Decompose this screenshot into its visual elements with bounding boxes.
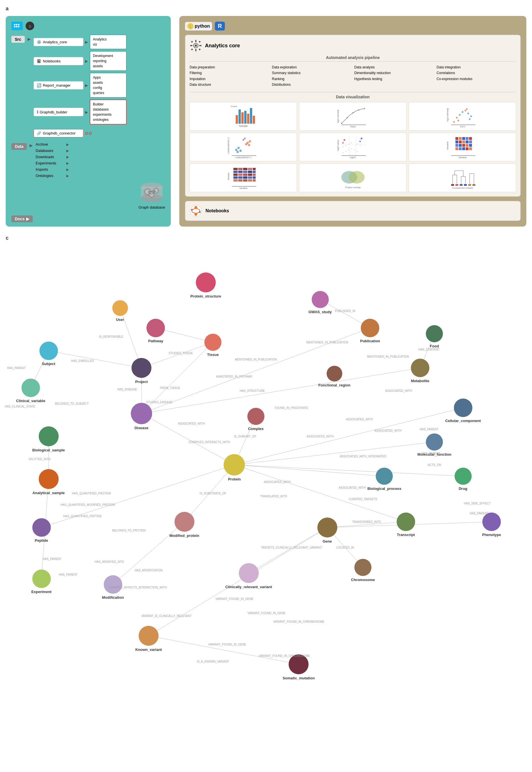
graphdb-connector-icon: 🔗 — [37, 131, 41, 135]
p1-item1: Data preparation — [190, 64, 269, 70]
downloads-label: Downloads — [36, 155, 64, 159]
network-node-label-functional_region: Functional_region — [318, 383, 350, 387]
svg-rect-123 — [248, 173, 252, 176]
edge-label-46: HAS_PARENT — [59, 573, 78, 576]
network-node-label-experiment: Experiment — [31, 590, 52, 594]
edge-label-1: HAS_ENROLLED — [71, 359, 94, 362]
module-heatmap: Module — [190, 163, 297, 192]
dataviz-grid-3: Module — [190, 163, 516, 192]
svg-point-58 — [248, 144, 250, 146]
databases-arrow: ▶ — [66, 149, 69, 153]
dataviz-grid: Count Sample log2 intens — [190, 102, 516, 130]
edge-label-6: STUDIES_DISEASE — [146, 400, 172, 404]
edge-label-45: HAS_PARENT — [43, 557, 61, 560]
network-node-label-publication: Publication — [360, 339, 380, 343]
network-node-modification — [104, 575, 122, 594]
svg-point-55 — [237, 151, 239, 153]
svg-point-32 — [347, 117, 348, 118]
edge-label-35: HAS_CONTENT — [418, 348, 439, 351]
p4-item1: Data integration — [437, 64, 516, 70]
report-out4: queries — [93, 90, 123, 95]
svg-rect-100 — [466, 144, 469, 147]
graphdb-builder-output: Builder databases experiments ontologies — [90, 99, 127, 124]
network-edge — [234, 465, 384, 476]
network-edges-svg — [6, 248, 524, 693]
graphdb-out4: ontologies — [93, 117, 123, 122]
pipeline-col-2: Data exploration Summary statistics Rank… — [272, 64, 351, 88]
network-node-known_variant — [139, 626, 159, 646]
svg-text:t-SNE|UMAP|PC 1: t-SNE|UMAP|PC 1 — [235, 156, 251, 159]
pipeline-col-4: Data integration Correlations Co-express… — [437, 64, 516, 88]
tsne-scatter: t-SNE|UMAP|PC 2 t-SNE|UMAP|PC 1 — [190, 133, 297, 161]
svg-point-43 — [465, 110, 466, 111]
bar-chart-xlabel: Sample — [239, 124, 248, 127]
network-edge — [141, 413, 234, 465]
svg-point-69 — [354, 149, 355, 150]
ontologies-arrow: ▶ — [66, 174, 69, 178]
svg-rect-128 — [248, 176, 252, 179]
network-node-label-biological_process: Biological_process — [367, 486, 401, 491]
svg-rect-155 — [464, 184, 467, 186]
panel-c-label: c — [6, 235, 9, 241]
analytics-core-title: Analytics core — [205, 43, 240, 49]
network-node-peptide — [32, 518, 51, 536]
svg-point-67 — [348, 149, 349, 150]
archive-label: Archive — [36, 142, 64, 146]
svg-point-21 — [195, 44, 197, 47]
svg-point-54 — [239, 149, 242, 152]
graph-db-area: Graph database — [139, 178, 165, 210]
network-node-complex — [247, 408, 264, 425]
network-node-label-phenotype: Phenotype — [482, 532, 501, 537]
notebooks-section: Notebooks — [185, 201, 521, 221]
svg-rect-90 — [466, 137, 469, 140]
downloads-arrow: ▶ — [66, 155, 69, 159]
report-out1: Apps — [93, 75, 123, 80]
svg-point-71 — [342, 146, 343, 147]
pipeline-col-1: Data preparation Filtering Imputation Da… — [190, 64, 269, 88]
scatter-cv: log2 intensity %CV — [409, 102, 516, 130]
svg-point-59 — [245, 143, 247, 145]
svg-rect-28 — [191, 48, 193, 50]
dataviz-header: Data visualization — [190, 92, 516, 99]
network-node-gwas — [312, 291, 329, 308]
network-node-label-complex: Complex — [248, 427, 264, 431]
src-section: Src ▶ ⚙️ Analytics_core ▶ Analytics viz — [11, 34, 165, 137]
python-label: python — [195, 24, 210, 29]
svg-rect-116 — [238, 171, 243, 173]
svg-text:🐍: 🐍 — [188, 24, 193, 28]
svg-text:⌂: ⌂ — [29, 24, 31, 28]
analytics-out2: viz — [93, 42, 123, 47]
network-node-label-modified_protein: Modified_protein — [169, 533, 199, 538]
svg-rect-129 — [253, 176, 256, 179]
edge-label-51: MENTIONED_IN_PUBLICATION — [367, 355, 409, 358]
edge-label-7: MENTIONED_IN_PUBLICATION — [235, 358, 277, 361]
network-node-label-pathway: Pathway — [148, 339, 163, 343]
svg-rect-98 — [459, 144, 462, 147]
svg-rect-111 — [238, 168, 243, 170]
network-node-label-protein: Protein — [228, 477, 241, 481]
src-item-report: 🔄 Report_manager ▶ Apps assets config qu… — [34, 73, 165, 98]
svg-point-80 — [342, 142, 344, 143]
svg-text:-log(P-value): -log(P-value) — [337, 140, 339, 151]
svg-rect-110 — [233, 168, 238, 170]
volcano-plot: -log(P-value) — [299, 133, 406, 161]
r-label: R — [218, 23, 222, 29]
svg-text:t-SNE|UMAP|PC 2: t-SNE|UMAP|PC 2 — [228, 137, 230, 153]
svg-rect-23 — [195, 49, 196, 51]
svg-text:logFC: logFC — [350, 156, 356, 159]
edge-label-37: FOUND_IN_PROSTRATE — [275, 406, 308, 409]
svg-text:Variable: Variable — [458, 156, 467, 159]
src-arrow: ▶ — [28, 37, 31, 41]
report-arrow: ▶ — [85, 83, 88, 87]
network-node-label-protein_structure: Protein_structure — [190, 294, 221, 298]
svg-text:log2 intensity: log2 intensity — [337, 109, 339, 123]
docs-label: Docs ▶ — [11, 216, 33, 222]
network-node-label-transcript: Transcript — [397, 532, 415, 537]
src-label: Src — [11, 36, 25, 43]
pipeline-col-3: Data analysis Dimentionality reduction H… — [354, 64, 434, 88]
svg-rect-25 — [199, 45, 202, 46]
network-node-label-modification: Modification — [102, 595, 124, 600]
experiments-arrow: ▶ — [66, 161, 69, 165]
svg-rect-101 — [469, 144, 472, 147]
network-node-chromosome — [354, 559, 371, 576]
